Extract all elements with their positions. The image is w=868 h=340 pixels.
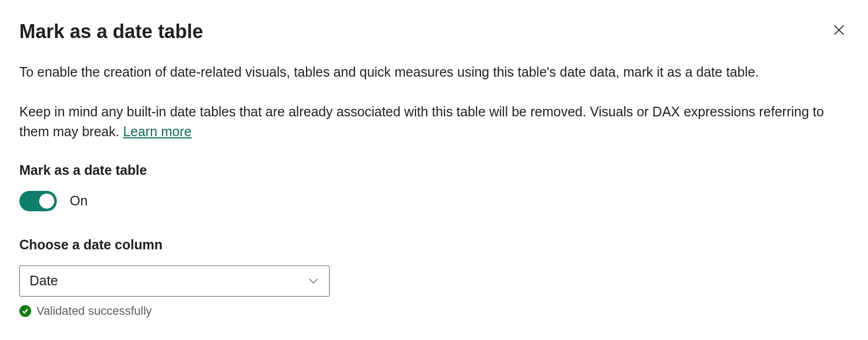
toggle-state-label: On — [70, 193, 87, 209]
toggle-thumb — [39, 194, 54, 209]
checkmark-circle-icon — [19, 305, 31, 317]
close-icon — [832, 23, 846, 37]
mark-date-table-toggle[interactable] — [19, 191, 57, 211]
chevron-down-icon — [308, 275, 319, 287]
dialog-header: Mark as a date table — [19, 20, 849, 43]
validation-message: Validated successfully — [37, 304, 152, 318]
dialog-title: Mark as a date table — [19, 20, 203, 43]
toggle-row: On — [19, 191, 849, 211]
column-select-section: Choose a date column Date — [19, 237, 849, 297]
learn-more-link[interactable]: Learn more — [123, 124, 192, 139]
toggle-section-label: Mark as a date table — [19, 162, 849, 178]
toggle-section: Mark as a date table On — [19, 162, 849, 211]
validation-status: Validated successfully — [19, 304, 849, 318]
column-select-label: Choose a date column — [19, 237, 849, 253]
dialog-description: To enable the creation of date-related v… — [19, 62, 849, 83]
dropdown-selected-value: Date — [30, 273, 58, 289]
close-button[interactable] — [829, 20, 849, 40]
date-column-dropdown[interactable]: Date — [19, 265, 330, 297]
dialog-warning: Keep in mind any built-in date tables th… — [19, 102, 849, 142]
